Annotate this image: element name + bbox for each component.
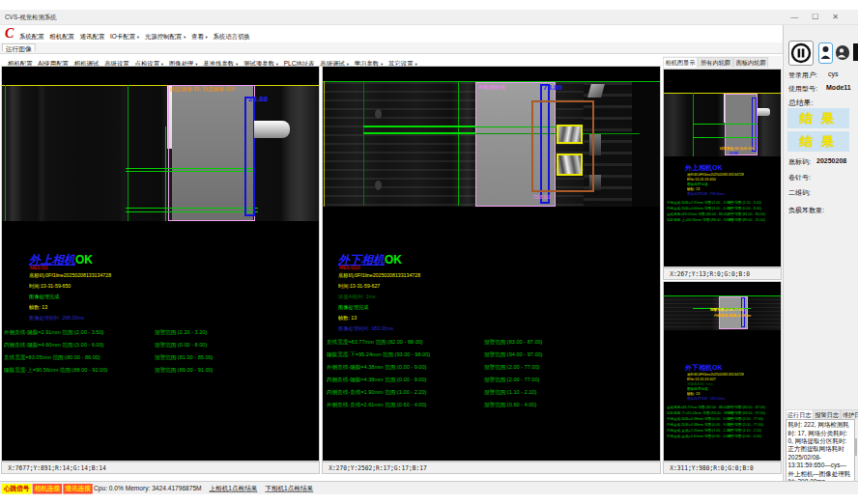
left-camera-coordbar: X:7677;Y:891;R:14;G:14;B:14 [1, 462, 320, 474]
left-green-hline-1 [126, 168, 254, 169]
right-result-cost: 图像处理耗时: 183.00ms [338, 325, 393, 331]
model-label: 使用型号: [788, 84, 817, 94]
right-yellow-box-2 [557, 154, 583, 176]
right-green-vline-1 [363, 82, 364, 206]
user-button[interactable] [836, 45, 849, 60]
right-measure-1: 隔膜宽度-下=95.24mm 范围:(93.00 - 98.00) [327, 350, 430, 358]
right-camera-view[interactable]: AI检测区域73.8073.8 0.0外下相机OKMES:0|10底标码:0Ff… [322, 66, 661, 462]
exit-button[interactable] [852, 42, 858, 62]
sbot-mini-line3: 深度AI耗时: 1ms [687, 382, 713, 386]
tab-row: 运行图像 [0, 42, 858, 54]
stop-mini-line4: 帧数: 13 [687, 187, 700, 191]
left-camera-view[interactable]: 固定阈值:93, 动态阈值:10023.88外上相机OKMES:0|1底标码:0… [1, 66, 320, 462]
right-bottom-value: 73.8 0.0 [533, 195, 551, 200]
close-button[interactable]: ✕ [832, 13, 852, 21]
sbot-overlay-text2: 内侧直线-隔膜=4.38mm [714, 314, 751, 318]
small-view-tab-1[interactable]: 所有内轮廓 [699, 57, 733, 68]
right-green-hseg-2 [363, 132, 475, 134]
cpu-memory-text: Cpu: 0.0% Memory: 3424.41796875M [94, 485, 202, 491]
sbot-mini-line6: 图像处理耗时: 183.00ms [687, 397, 725, 401]
left-threshold-text: 固定阈值:93, 动态阈值:100 [170, 85, 235, 93]
left-result-mes: MES:0|1 [30, 266, 48, 270]
stop-green-vline [693, 93, 694, 156]
small-bottom-camera-view[interactable]: 报警范围:(2.00-77.00)内侧直线-隔膜=4.38mm外下相机OK底标码… [663, 281, 782, 462]
left-green-vline-2 [128, 85, 129, 221]
sbot-mini-measure-4: 内侧直线-直线=1.90mm 范围:(1.00 - 2.20) [667, 429, 731, 433]
stop-mini-alarm-3: 报警范围:(89.00 - 91.00) [728, 218, 765, 222]
right-screw-1 [375, 109, 382, 119]
stop-mini-measure-1: 内侧直线-隔膜=4.60mm 范围:(3.00 - 6.00) [667, 207, 731, 210]
barcode-value: 20250208 [816, 157, 846, 165]
app-logo-icon: C [5, 26, 18, 41]
right-blue-value: 73.80 [543, 83, 562, 92]
menu-item-3[interactable]: IO卡配置 ▾ [110, 33, 139, 42]
right-measure-2: 外侧直线-隔膜=4.38mm 范围:(0.00 - 9.00) [327, 363, 426, 371]
stop-tab-object [758, 108, 770, 116]
sbot-mini-measure-1: 隔膜宽度-下=95.24mm 范围:(93.00 - 98.00) [667, 411, 733, 415]
left-measure-1: 内侧直线-隔膜=4.60mm 范围:(3.00 - 6.00) [4, 341, 103, 349]
right-alarm-0: 报警范围:(83.00 - 87.00) [484, 338, 542, 346]
login-user-value: cys [828, 70, 839, 78]
sbot-mini-line4: 图像处理完成 [687, 387, 708, 391]
right-alarm-5: 报警范围:(0.60 - 4.00) [484, 401, 536, 408]
left-result-frames: 帧数: 13 [29, 304, 47, 310]
menu-item-4[interactable]: 光源控制配置 ▾ [145, 33, 186, 42]
stop-mini-line5: 图像处理耗时: 298.00ms [687, 192, 725, 196]
left-green-hline-4 [126, 211, 258, 212]
log-text-box[interactable]: 耗时: 222, 网络检测耗时: 17, 网络分类耗时: 0, 网络提取分区耗时… [786, 419, 855, 483]
sbot-mini-line1: 底标码:0Ff1line20250208133134728 [687, 373, 744, 377]
small-view-tabs: 相机图显示所有内轮廓面板内轮廓 [663, 56, 782, 69]
sbot-mini-alarm-4: 报警范围:(1.10 - 2.10) [728, 429, 761, 433]
left-alarm-3: 报警范围:(89.00 - 91.00) [155, 366, 213, 374]
menu-item-5[interactable]: 查看 ▾ [191, 33, 208, 42]
stop-mini-measure-0: 外侧直线-隔膜=2.91mm 范围:(2.00 - 3.50) [667, 201, 731, 205]
stop-mini-line1: 底标码:0Ff1line20250208133134728 [687, 173, 744, 177]
small-view-tab-0[interactable]: 相机图显示 [663, 57, 698, 68]
right-camera-coordbar: X:270;Y:2502;R:17;G:17;B:17 [322, 462, 661, 474]
sbot-mini-alarm-5: 报警范围:(0.60 - 4.00) [728, 434, 761, 438]
stop-mini-measure-3: 隔膜宽度-上=90.56mm 范围:(88.00 - 92.00) [667, 218, 733, 222]
sbot-mini-alarm-1: 报警范围:(94.00 - 97.00) [728, 411, 765, 415]
comm-connect-badge: 通讯连接 [63, 484, 92, 494]
qr-code-label: 二维码: [788, 188, 811, 198]
tab-run-image[interactable]: 运行图像 [2, 43, 36, 51]
menu-item-2[interactable]: 通讯配置 [80, 33, 105, 42]
menu-item-0[interactable]: 系统配置 [19, 33, 44, 42]
menu-bar: C 系统配置相机配置通讯配置IO卡配置 ▾光源控制配置 ▾查看 ▾系统语言切换 [0, 25, 858, 42]
right-brown-box [531, 100, 594, 192]
heartbeat-badge: 心跳信号 [2, 484, 31, 494]
menu-item-6[interactable]: 系统语言切换 [214, 33, 250, 42]
window-controls: —☐✕ [790, 13, 852, 21]
left-alarm-0: 报警范围:(2.20 - 3.20) [155, 328, 207, 336]
right-result-done: 图像处理完成 [338, 304, 368, 310]
left-photo [2, 86, 319, 221]
right-result-time: 时间:13-31-59-627 [338, 283, 380, 289]
menu-item-1[interactable]: 相机配置 [49, 33, 74, 42]
log-scrollbar[interactable] [854, 438, 857, 456]
stop-mini-line2: 时间:13-31-59-650 [687, 178, 716, 182]
small-top-coordbar: X:267;Y:13;R:0;G:0;B:0 [663, 267, 782, 280]
lower-camera-check-link[interactable]: 下相机1点检结果 [265, 485, 313, 491]
sbot-mini-alarm-3: 报警范围:(2.00 - 77.00) [728, 423, 763, 427]
right-measure-5: 外侧直线-直线=2.61mm 范围:(0.60 - 4.00) [327, 401, 426, 408]
left-measure-2: 直线宽度=83.05mm 范围:(80.00 - 86.00) [4, 353, 100, 361]
small-view-tab-2[interactable]: 面板内轮廓 [733, 57, 768, 68]
right-dark-zone [632, 82, 661, 207]
stop-mini-line3: 图像处理完成 [687, 182, 708, 186]
maximize-button[interactable]: ☐ [812, 13, 832, 21]
right-screw-2 [375, 181, 382, 190]
small-top-camera-view[interactable]: 结果数值:93 动态:10023.88外上相机OK底标码:0Ff1line202… [663, 69, 782, 267]
right-alarm-1: 报警范围:(94.00 - 97.00) [484, 350, 542, 358]
minimize-button[interactable]: — [790, 13, 812, 21]
login-user-button[interactable] [818, 42, 833, 64]
left-blue-box [244, 97, 255, 216]
left-alarm-2: 报警范围:(81.00 - 85.00) [155, 353, 213, 361]
left-blue-value: 23.88 [248, 95, 268, 103]
upper-camera-check-link[interactable]: 上相机1点检结果 [210, 485, 258, 491]
right-yellow-box-1 [557, 125, 583, 144]
left-green-hline-2 [126, 171, 254, 172]
pause-button[interactable] [788, 41, 814, 66]
result-box-2: 结 果 [787, 131, 849, 152]
sbot-mini-line5: 帧数: 13 [687, 392, 700, 396]
stop-mini-alarm-2: 报警范围:(81.00 - 85.00) [728, 212, 765, 216]
